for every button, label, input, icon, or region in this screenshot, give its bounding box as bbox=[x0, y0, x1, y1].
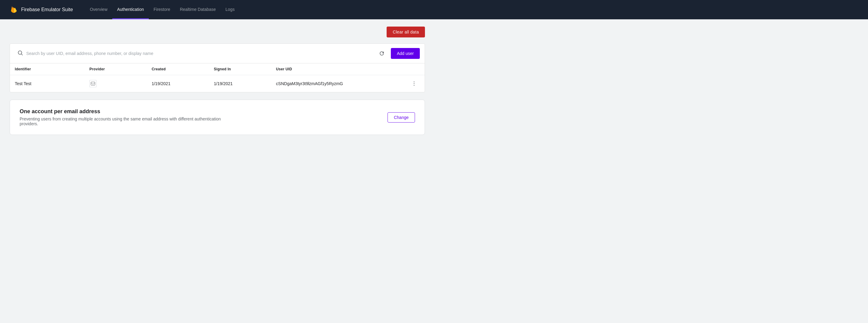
table-body: Test Test 1/19/2021 1/19/2021 cSNDga bbox=[10, 75, 425, 92]
logo-area: Firebase Emulator Suite bbox=[10, 5, 73, 14]
more-options-button[interactable] bbox=[409, 79, 420, 88]
app-title: Firebase Emulator Suite bbox=[21, 7, 73, 12]
add-user-button[interactable]: Add user bbox=[391, 48, 420, 59]
table-row: Test Test 1/19/2021 1/19/2021 cSNDga bbox=[10, 75, 425, 92]
cell-user-uid: cSNDgaM3tyr3t9lzmAGf1y5RyzmG bbox=[271, 75, 404, 92]
search-container bbox=[15, 46, 373, 61]
more-vert-icon bbox=[411, 81, 417, 87]
cell-provider bbox=[85, 75, 147, 92]
tab-realtime-database[interactable]: Realtime Database bbox=[175, 0, 221, 19]
svg-rect-2 bbox=[91, 82, 95, 85]
top-bar: Clear all data bbox=[10, 27, 425, 37]
col-header-user-uid: User UID bbox=[271, 63, 404, 75]
refresh-button[interactable] bbox=[376, 48, 387, 59]
cell-identifier: Test Test bbox=[10, 75, 85, 92]
refresh-icon bbox=[379, 51, 385, 56]
users-search-header: Add user bbox=[10, 44, 425, 63]
col-header-created: Created bbox=[147, 63, 209, 75]
table-header-row: Identifier Provider Created Signed In Us… bbox=[10, 63, 425, 75]
users-section: Add user Identifier Provider Created Sig… bbox=[10, 43, 425, 92]
firebase-logo-icon bbox=[10, 5, 18, 14]
col-header-signed-in: Signed In bbox=[209, 63, 271, 75]
settings-card-title: One account per email address bbox=[20, 108, 231, 115]
col-header-identifier: Identifier bbox=[10, 63, 85, 75]
users-table: Identifier Provider Created Signed In Us… bbox=[10, 63, 425, 92]
settings-card: One account per email address Preventing… bbox=[10, 99, 425, 135]
cell-actions bbox=[404, 75, 425, 92]
content-wrapper: Clear all data bbox=[10, 27, 425, 135]
svg-point-4 bbox=[414, 83, 415, 84]
svg-point-3 bbox=[414, 82, 415, 82]
change-button[interactable]: Change bbox=[388, 112, 415, 123]
nav-tabs: Overview Authentication Firestore Realti… bbox=[85, 0, 240, 19]
cell-signed-in: 1/19/2021 bbox=[209, 75, 271, 92]
svg-point-5 bbox=[414, 85, 415, 86]
cell-created: 1/19/2021 bbox=[147, 75, 209, 92]
header: Firebase Emulator Suite Overview Authent… bbox=[0, 0, 868, 19]
tab-logs[interactable]: Logs bbox=[221, 0, 239, 19]
col-header-actions bbox=[404, 63, 425, 75]
settings-card-description: Preventing users from creating multiple … bbox=[20, 117, 231, 126]
table-header: Identifier Provider Created Signed In Us… bbox=[10, 63, 425, 75]
tab-firestore[interactable]: Firestore bbox=[149, 0, 175, 19]
tab-overview[interactable]: Overview bbox=[85, 0, 112, 19]
search-input[interactable] bbox=[26, 51, 370, 56]
svg-line-1 bbox=[22, 54, 23, 55]
email-provider-icon bbox=[89, 80, 97, 87]
col-header-provider: Provider bbox=[85, 63, 147, 75]
settings-card-text: One account per email address Preventing… bbox=[20, 108, 231, 126]
clear-all-button[interactable]: Clear all data bbox=[386, 27, 425, 37]
tab-authentication[interactable]: Authentication bbox=[112, 0, 149, 19]
search-icon bbox=[17, 50, 23, 57]
main-content: Clear all data bbox=[0, 19, 435, 142]
